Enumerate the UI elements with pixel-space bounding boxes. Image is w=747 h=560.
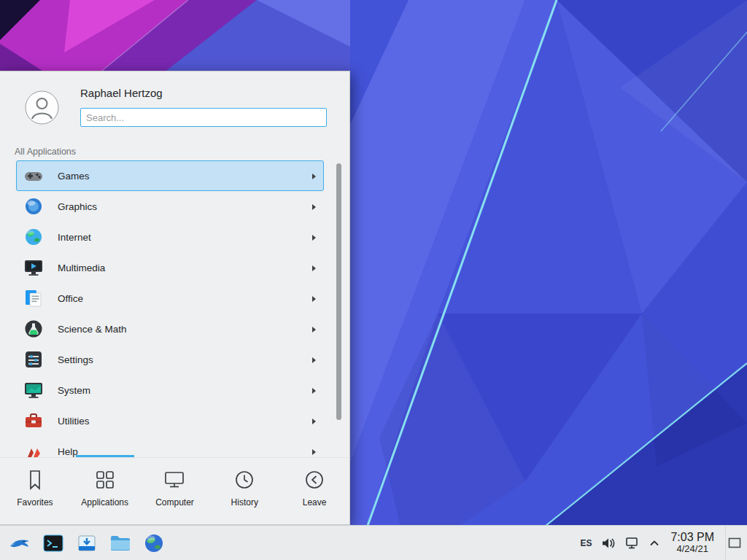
category-label: Help [58, 446, 78, 457]
category-help[interactable]: Help [16, 436, 324, 458]
tab-leave[interactable]: Leave [279, 458, 349, 524]
chevron-right-icon [312, 204, 316, 210]
settings-icon [23, 349, 44, 370]
chevron-right-icon [312, 296, 316, 302]
tab-history[interactable]: History [209, 458, 279, 524]
category-label: Games [58, 171, 90, 182]
app-grid-icon [93, 468, 117, 491]
tab-label: Applications [81, 497, 128, 508]
category-label: Multimedia [58, 262, 105, 273]
tab-label: History [231, 497, 258, 508]
kali-menu-icon[interactable] [3, 526, 36, 560]
tab-label: Leave [303, 497, 327, 508]
system-icon [23, 380, 44, 400]
chevron-right-icon [312, 388, 316, 394]
bookmark-icon [23, 468, 47, 491]
category-internet[interactable]: Internet [16, 222, 324, 252]
category-graphics[interactable]: Graphics [16, 191, 324, 222]
section-label: All Applications [15, 147, 76, 157]
user-name: Raphael Hertzog [80, 87, 163, 99]
chevron-right-icon [312, 174, 316, 179]
keyboard-layout-indicator[interactable]: ES [580, 538, 592, 548]
leave-icon [303, 468, 326, 491]
software-icon[interactable] [70, 526, 104, 560]
science-icon [23, 319, 44, 339]
list-scrollbar[interactable] [336, 163, 341, 420]
category-settings[interactable]: Settings [16, 344, 324, 375]
system-tray: ES 7:03 PM 4/24/21 [580, 526, 747, 560]
category-label: System [58, 385, 90, 396]
tab-favorites[interactable]: Favorites [0, 458, 70, 524]
digital-clock[interactable]: 7:03 PM 4/24/21 [669, 531, 716, 554]
tab-computer[interactable]: Computer [140, 458, 210, 524]
chevron-right-icon [312, 327, 316, 332]
user-avatar[interactable] [25, 90, 59, 125]
taskbar-launchers [0, 526, 171, 560]
network-icon[interactable] [625, 537, 640, 550]
clock-time: 7:03 PM [670, 531, 714, 544]
clock-date: 4/24/21 [670, 544, 714, 555]
category-system[interactable]: System [16, 375, 324, 405]
graphics-icon [23, 196, 44, 217]
globe-icon [23, 227, 44, 247]
tab-applications[interactable]: Applications [70, 458, 140, 524]
category-label: Internet [58, 232, 91, 243]
category-office[interactable]: Office [16, 283, 324, 314]
tab-label: Favorites [17, 497, 53, 508]
category-utilities[interactable]: Utilities [16, 405, 324, 436]
gamepad-icon [23, 166, 44, 186]
help-icon [23, 441, 44, 458]
tab-label: Computer [155, 497, 194, 508]
chevron-right-icon [312, 235, 316, 241]
show-desktop-icon[interactable] [725, 526, 743, 560]
application-launcher-popup: Raphael Hertzog All Applications Games G… [0, 71, 350, 525]
category-label: Graphics [58, 201, 97, 212]
chevron-right-icon [312, 449, 316, 455]
category-label: Settings [58, 354, 93, 365]
category-games[interactable]: Games [16, 160, 324, 191]
history-icon [233, 468, 256, 491]
browser-icon[interactable] [137, 526, 171, 560]
category-label: Office [58, 293, 83, 304]
file-manager-icon[interactable] [104, 526, 137, 560]
office-icon [23, 288, 44, 308]
chevron-right-icon [312, 419, 316, 424]
category-label: Utilities [58, 416, 90, 427]
launcher-tabbar: Favorites Applications Computer History [0, 457, 349, 524]
terminal-icon[interactable] [36, 526, 70, 560]
computer-icon [163, 468, 186, 491]
category-science-math[interactable]: Science & Math [16, 314, 324, 344]
search-input[interactable] [80, 108, 327, 127]
chevron-right-icon [312, 265, 316, 271]
category-multimedia[interactable]: Multimedia [16, 252, 324, 283]
multimedia-icon [23, 257, 44, 278]
chevron-right-icon [312, 357, 316, 363]
volume-icon[interactable] [601, 537, 616, 550]
expand-arrow-icon[interactable] [649, 540, 659, 547]
category-label: Science & Math [58, 324, 127, 335]
category-list: Games Graphics Internet [0, 160, 350, 458]
taskbar: ES 7:03 PM 4/24/21 [0, 525, 747, 560]
utilities-icon [23, 411, 44, 431]
